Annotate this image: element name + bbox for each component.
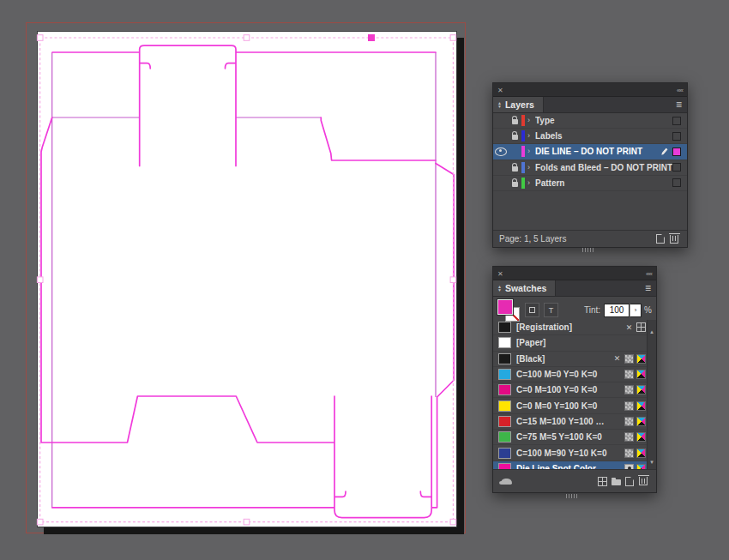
swatch-row[interactable]: C=100 M=0 Y=0 K=0 (493, 367, 648, 382)
tab-layers[interactable]: ▲▼ Layers (493, 97, 544, 112)
expand-chevron-icon[interactable] (527, 117, 535, 124)
fill-stroke-proxy[interactable] (497, 299, 521, 322)
close-icon[interactable] (497, 86, 503, 94)
swatch-name[interactable]: C=0 M=100 Y=0 K=0 (516, 385, 622, 394)
layer-visibility-toggle[interactable] (494, 148, 508, 156)
delete-layer-button[interactable] (667, 233, 681, 245)
swatch-row[interactable]: C=15 M=100 Y=100 … (493, 414, 648, 430)
layer-row[interactable]: DIE LINE – DO NOT PRINT (493, 144, 687, 160)
swatch-color-chip[interactable] (498, 448, 511, 459)
layer-row[interactable]: Pattern (493, 176, 687, 191)
swatches-panel-resize-grip[interactable] (566, 494, 577, 498)
formatting-affects-container-button[interactable] (525, 303, 539, 317)
swatch-row[interactable]: [Paper] (493, 335, 648, 351)
panel-menu-icon[interactable] (645, 280, 656, 296)
layer-target-square[interactable] (672, 132, 681, 141)
cmyk-mode-icon (636, 354, 646, 364)
swatch-color-chip[interactable] (498, 416, 511, 427)
swatch-name[interactable]: C=15 M=100 Y=100 … (516, 417, 622, 426)
collapse-panel-icon[interactable] (646, 269, 652, 278)
layer-color-bar (521, 115, 525, 126)
layer-visibility-toggle[interactable] (494, 117, 508, 125)
swatch-name[interactable]: C=0 M=0 Y=100 K=0 (516, 401, 622, 411)
layer-target-square[interactable] (672, 163, 681, 172)
fill-color-chip[interactable] (497, 299, 513, 315)
tint-dropdown-arrow[interactable] (630, 304, 642, 317)
scroll-up-icon[interactable] (650, 322, 654, 337)
swatch-name[interactable]: C=100 M=0 Y=0 K=0 (516, 370, 622, 379)
swatch-name[interactable]: [Registration] (516, 322, 622, 332)
swatch-row[interactable]: [Registration] (493, 320, 648, 335)
panel-menu-icon[interactable] (676, 97, 687, 112)
cc-libraries-button[interactable] (499, 475, 513, 487)
document-page[interactable] (37, 31, 457, 527)
swatch-row[interactable]: C=0 M=100 Y=0 K=0 (493, 382, 648, 398)
swatch-views-button[interactable] (595, 475, 609, 487)
layer-row[interactable]: Labels (493, 129, 687, 144)
layer-name[interactable]: DIE LINE – DO NOT PRINT (535, 147, 663, 156)
layer-target-square[interactable] (672, 148, 681, 156)
delete-swatch-button[interactable] (636, 475, 650, 487)
expand-chevron-icon[interactable] (527, 132, 535, 140)
layer-name[interactable]: Labels (535, 131, 672, 141)
layer-color-bar (521, 130, 525, 142)
expand-chevron-icon[interactable] (527, 148, 535, 155)
layer-name[interactable]: Pattern (535, 178, 672, 188)
cmyk-mode-icon (636, 417, 646, 426)
swatch-name[interactable]: C=75 M=5 Y=100 K=0 (516, 432, 622, 442)
new-swatch-button[interactable] (623, 475, 636, 487)
layer-lock-toggle[interactable] (508, 164, 521, 172)
tint-value-field[interactable]: 100 (604, 304, 630, 317)
swatch-color-chip[interactable] (498, 384, 511, 395)
layer-lock-toggle[interactable] (508, 132, 521, 140)
swatch-color-chip[interactable] (498, 337, 511, 348)
scroll-down-icon[interactable] (650, 452, 654, 467)
layer-lock-toggle[interactable] (508, 148, 521, 155)
layer-lock-toggle[interactable] (508, 179, 521, 187)
layer-visibility-toggle[interactable] (494, 132, 508, 141)
close-icon[interactable] (497, 269, 503, 278)
swatches-panel-titlebar[interactable] (493, 267, 656, 280)
swatch-row[interactable]: [Black] (493, 352, 648, 367)
tab-swatches[interactable]: ▲▼ Swatches (493, 280, 556, 296)
layer-visibility-toggle[interactable] (494, 178, 508, 187)
layer-lock-toggle[interactable] (508, 117, 521, 124)
cmyk-mode-icon (636, 449, 646, 458)
swatch-row[interactable]: C=75 M=5 Y=100 K=0 (493, 430, 648, 445)
swatch-color-chip[interactable] (498, 369, 511, 380)
layers-list: Type Labels DIE LINE – DO NOT PRINT Fold… (493, 113, 687, 191)
layer-target-square[interactable] (672, 178, 681, 187)
swatch-color-chip[interactable] (498, 431, 511, 443)
layers-panel-resize-grip[interactable] (582, 248, 593, 252)
swatch-name[interactable]: C=100 M=90 Y=10 K=0 (516, 449, 622, 458)
swatch-color-chip[interactable] (498, 353, 511, 364)
expand-chevron-icon[interactable] (527, 179, 535, 187)
swatch-color-chip[interactable] (498, 322, 511, 333)
padlock-icon (512, 119, 518, 124)
padlock-icon (512, 166, 518, 172)
swatch-name[interactable]: [Black] (516, 354, 610, 364)
swatches-toolbar (493, 469, 656, 492)
new-layer-button[interactable] (654, 233, 667, 245)
layer-visibility-toggle[interactable] (494, 163, 508, 172)
swatch-name[interactable]: [Paper] (516, 338, 646, 347)
layer-row[interactable]: Type (493, 113, 687, 129)
swatches-tab-label: Swatches (505, 283, 546, 293)
collapse-panel-icon[interactable] (677, 86, 683, 94)
layers-status-text: Page: 1, 5 Layers (499, 234, 566, 244)
cmyk-mode-icon (636, 401, 646, 411)
layer-target-square[interactable] (672, 117, 681, 125)
layer-row[interactable]: Folds and Bleed – DO NOT PRINT (493, 160, 687, 176)
process-color-icon (624, 370, 634, 379)
formatting-affects-text-button[interactable]: T (544, 303, 558, 317)
new-color-group-button[interactable] (609, 475, 623, 487)
swatch-scrollbar[interactable] (647, 320, 656, 469)
layer-name[interactable]: Folds and Bleed – DO NOT PRINT (535, 163, 672, 172)
expand-chevron-icon[interactable] (527, 164, 535, 172)
swatch-row[interactable]: C=100 M=90 Y=10 K=0 (493, 445, 648, 461)
layer-name[interactable]: Type (535, 116, 672, 125)
swatch-row[interactable]: C=0 M=0 Y=100 K=0 (493, 398, 648, 413)
registration-icon (636, 322, 646, 332)
layers-panel-titlebar[interactable] (493, 83, 687, 97)
swatch-color-chip[interactable] (498, 400, 511, 412)
